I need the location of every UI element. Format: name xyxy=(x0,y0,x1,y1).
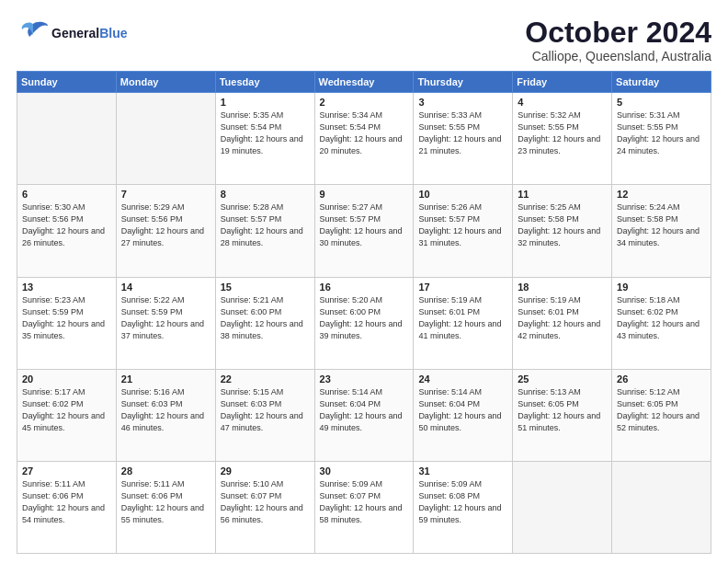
calendar-cell: 4Sunrise: 5:32 AMSunset: 5:55 PMDaylight… xyxy=(513,93,612,185)
calendar-cell: 2Sunrise: 5:34 AMSunset: 5:54 PMDaylight… xyxy=(314,93,414,185)
calendar-cell: 18Sunrise: 5:19 AMSunset: 6:01 PMDayligh… xyxy=(513,277,612,369)
weekday-header-row: SundayMondayTuesdayWednesdayThursdayFrid… xyxy=(17,72,711,93)
day-info: Sunrise: 5:12 AMSunset: 6:05 PMDaylight:… xyxy=(617,386,706,434)
day-number: 1 xyxy=(221,97,310,108)
day-number: 27 xyxy=(22,465,111,477)
logo-blue: Blue xyxy=(99,26,127,40)
calendar-cell: 27Sunrise: 5:11 AMSunset: 6:06 PMDayligh… xyxy=(17,461,117,553)
location-subtitle: Calliope, Queensland, Australia xyxy=(525,49,711,63)
day-number: 15 xyxy=(221,282,310,293)
day-info: Sunrise: 5:10 AMSunset: 6:07 PMDaylight:… xyxy=(221,478,310,526)
calendar-cell: 9Sunrise: 5:27 AMSunset: 5:57 PMDaylight… xyxy=(314,185,414,277)
day-info: Sunrise: 5:13 AMSunset: 6:05 PMDaylight:… xyxy=(518,386,607,434)
calendar-cell: 12Sunrise: 5:24 AMSunset: 5:58 PMDayligh… xyxy=(612,185,711,277)
day-info: Sunrise: 5:14 AMSunset: 6:04 PMDaylight:… xyxy=(320,386,409,434)
calendar-cell: 21Sunrise: 5:16 AMSunset: 6:03 PMDayligh… xyxy=(116,369,215,461)
day-info: Sunrise: 5:32 AMSunset: 5:55 PMDaylight:… xyxy=(518,109,607,157)
calendar-cell: 1Sunrise: 5:35 AMSunset: 5:54 PMDaylight… xyxy=(215,93,314,185)
day-info: Sunrise: 5:17 AMSunset: 6:02 PMDaylight:… xyxy=(22,386,111,434)
day-number: 18 xyxy=(518,282,607,293)
day-number: 14 xyxy=(121,282,210,293)
logo: GeneralBlue xyxy=(17,17,127,50)
day-info: Sunrise: 5:21 AMSunset: 6:00 PMDaylight:… xyxy=(221,294,310,342)
calendar-cell: 15Sunrise: 5:21 AMSunset: 6:00 PMDayligh… xyxy=(215,277,314,369)
day-number: 5 xyxy=(617,97,706,108)
calendar-cell: 10Sunrise: 5:26 AMSunset: 5:57 PMDayligh… xyxy=(414,185,513,277)
calendar-cell xyxy=(612,461,711,553)
weekday-header-monday: Monday xyxy=(116,72,215,93)
day-number: 3 xyxy=(418,97,507,108)
day-info: Sunrise: 5:30 AMSunset: 5:56 PMDaylight:… xyxy=(22,201,111,249)
calendar-cell: 20Sunrise: 5:17 AMSunset: 6:02 PMDayligh… xyxy=(17,369,117,461)
calendar-cell: 8Sunrise: 5:28 AMSunset: 5:57 PMDaylight… xyxy=(215,185,314,277)
day-info: Sunrise: 5:16 AMSunset: 6:03 PMDaylight:… xyxy=(121,386,210,434)
day-number: 30 xyxy=(320,465,409,477)
header: GeneralBlue October 2024 Calliope, Queen… xyxy=(17,17,711,63)
month-title: October 2024 xyxy=(525,17,711,49)
day-number: 10 xyxy=(418,189,507,200)
day-info: Sunrise: 5:20 AMSunset: 6:00 PMDaylight:… xyxy=(320,294,409,342)
day-info: Sunrise: 5:35 AMSunset: 5:54 PMDaylight:… xyxy=(221,109,310,157)
day-number: 2 xyxy=(320,97,409,108)
calendar-cell: 6Sunrise: 5:30 AMSunset: 5:56 PMDaylight… xyxy=(17,185,117,277)
day-number: 22 xyxy=(221,373,310,385)
calendar-cell: 16Sunrise: 5:20 AMSunset: 6:00 PMDayligh… xyxy=(314,277,414,369)
day-number: 13 xyxy=(22,282,111,293)
day-number: 31 xyxy=(418,465,507,477)
week-row-1: 1Sunrise: 5:35 AMSunset: 5:54 PMDaylight… xyxy=(17,93,711,185)
title-section: October 2024 Calliope, Queensland, Austr… xyxy=(525,17,711,63)
week-row-5: 27Sunrise: 5:11 AMSunset: 6:06 PMDayligh… xyxy=(17,461,711,553)
day-number: 19 xyxy=(617,282,706,293)
day-number: 6 xyxy=(22,189,111,200)
calendar-cell: 24Sunrise: 5:14 AMSunset: 6:04 PMDayligh… xyxy=(414,369,513,461)
day-number: 16 xyxy=(320,282,409,293)
page: GeneralBlue October 2024 Calliope, Queen… xyxy=(0,0,728,563)
weekday-header-sunday: Sunday xyxy=(17,72,117,93)
day-info: Sunrise: 5:19 AMSunset: 6:01 PMDaylight:… xyxy=(418,294,507,342)
day-info: Sunrise: 5:15 AMSunset: 6:03 PMDaylight:… xyxy=(221,386,310,434)
calendar-cell: 26Sunrise: 5:12 AMSunset: 6:05 PMDayligh… xyxy=(612,369,711,461)
day-info: Sunrise: 5:25 AMSunset: 5:58 PMDaylight:… xyxy=(518,201,607,249)
calendar-cell: 3Sunrise: 5:33 AMSunset: 5:55 PMDaylight… xyxy=(414,93,513,185)
logo-text: GeneralBlue xyxy=(51,26,127,41)
week-row-3: 13Sunrise: 5:23 AMSunset: 5:59 PMDayligh… xyxy=(17,277,711,369)
weekday-header-wednesday: Wednesday xyxy=(314,72,414,93)
day-number: 12 xyxy=(617,189,706,200)
day-number: 9 xyxy=(320,189,409,200)
logo-icon xyxy=(17,17,50,50)
day-info: Sunrise: 5:29 AMSunset: 5:56 PMDaylight:… xyxy=(121,201,210,249)
calendar-cell: 14Sunrise: 5:22 AMSunset: 5:59 PMDayligh… xyxy=(116,277,215,369)
day-number: 17 xyxy=(418,282,507,293)
day-number: 11 xyxy=(518,189,607,200)
day-info: Sunrise: 5:26 AMSunset: 5:57 PMDaylight:… xyxy=(418,201,507,249)
calendar-cell: 17Sunrise: 5:19 AMSunset: 6:01 PMDayligh… xyxy=(414,277,513,369)
day-info: Sunrise: 5:27 AMSunset: 5:57 PMDaylight:… xyxy=(320,201,409,249)
calendar-table: SundayMondayTuesdayWednesdayThursdayFrid… xyxy=(17,71,711,554)
calendar-cell: 5Sunrise: 5:31 AMSunset: 5:55 PMDaylight… xyxy=(612,93,711,185)
day-info: Sunrise: 5:33 AMSunset: 5:55 PMDaylight:… xyxy=(418,109,507,157)
day-info: Sunrise: 5:24 AMSunset: 5:58 PMDaylight:… xyxy=(617,201,706,249)
day-info: Sunrise: 5:18 AMSunset: 6:02 PMDaylight:… xyxy=(617,294,706,342)
day-number: 25 xyxy=(518,373,607,385)
day-number: 8 xyxy=(221,189,310,200)
weekday-header-saturday: Saturday xyxy=(612,72,711,93)
logo-general: General xyxy=(51,26,99,40)
weekday-header-tuesday: Tuesday xyxy=(215,72,314,93)
logo-svg xyxy=(17,17,50,50)
day-info: Sunrise: 5:14 AMSunset: 6:04 PMDaylight:… xyxy=(418,386,507,434)
calendar-cell: 13Sunrise: 5:23 AMSunset: 5:59 PMDayligh… xyxy=(17,277,117,369)
calendar-cell: 7Sunrise: 5:29 AMSunset: 5:56 PMDaylight… xyxy=(116,185,215,277)
day-info: Sunrise: 5:19 AMSunset: 6:01 PMDaylight:… xyxy=(518,294,607,342)
weekday-header-friday: Friday xyxy=(513,72,612,93)
calendar-cell: 11Sunrise: 5:25 AMSunset: 5:58 PMDayligh… xyxy=(513,185,612,277)
day-number: 21 xyxy=(121,373,210,385)
calendar-cell: 31Sunrise: 5:09 AMSunset: 6:08 PMDayligh… xyxy=(414,461,513,553)
calendar-cell: 19Sunrise: 5:18 AMSunset: 6:02 PMDayligh… xyxy=(612,277,711,369)
day-info: Sunrise: 5:11 AMSunset: 6:06 PMDaylight:… xyxy=(22,478,111,526)
calendar-cell xyxy=(17,93,117,185)
week-row-4: 20Sunrise: 5:17 AMSunset: 6:02 PMDayligh… xyxy=(17,369,711,461)
calendar-cell: 23Sunrise: 5:14 AMSunset: 6:04 PMDayligh… xyxy=(314,369,414,461)
calendar-cell: 29Sunrise: 5:10 AMSunset: 6:07 PMDayligh… xyxy=(215,461,314,553)
day-number: 20 xyxy=(22,373,111,385)
weekday-header-thursday: Thursday xyxy=(414,72,513,93)
